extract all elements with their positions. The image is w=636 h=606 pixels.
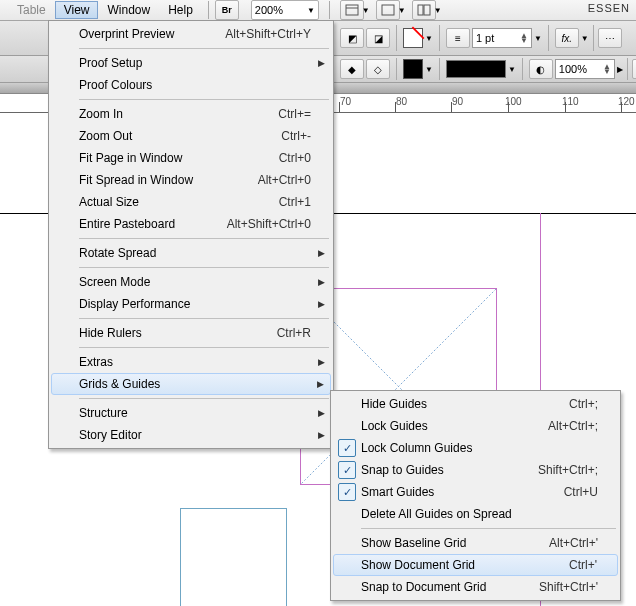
check-icon: ✓ xyxy=(338,461,356,479)
mi-lock-guides[interactable]: Lock GuidesAlt+Ctrl+; xyxy=(333,415,618,437)
mi-lock-column-guides[interactable]: ✓Lock Column Guides xyxy=(333,437,618,459)
screen-mode-button[interactable] xyxy=(376,0,400,20)
menu-help[interactable]: Help xyxy=(159,1,202,19)
mi-fit-page[interactable]: Fit Page in WindowCtrl+0 xyxy=(51,147,331,169)
text-frame[interactable] xyxy=(180,508,287,606)
tb-icon-4[interactable]: ◇ xyxy=(366,59,390,79)
mi-proof-colours[interactable]: Proof Colours xyxy=(51,74,331,96)
menu-window[interactable]: Window xyxy=(98,1,159,19)
stroke-style[interactable] xyxy=(446,60,506,78)
arrange-button[interactable] xyxy=(412,0,436,20)
stroke-weight-icon[interactable]: ≡ xyxy=(446,28,470,48)
mi-snap-to-guides[interactable]: ✓Snap to GuidesShift+Ctrl+; xyxy=(333,459,618,481)
opts-button[interactable]: ⋯ xyxy=(598,28,622,48)
mi-delete-all-guides[interactable]: Delete All Guides on Spread xyxy=(333,503,618,525)
fx-button[interactable]: fx. xyxy=(555,28,579,48)
mi-actual-size[interactable]: Actual SizeCtrl+1 xyxy=(51,191,331,213)
mi-overprint-preview[interactable]: Overprint PreviewAlt+Shift+Ctrl+Y xyxy=(51,23,331,45)
fill-none-icon[interactable] xyxy=(403,28,423,48)
mi-screen-mode[interactable]: Screen Mode▶ xyxy=(51,271,331,293)
submenu-arrow-icon: ▶ xyxy=(318,277,325,287)
mi-display-performance[interactable]: Display Performance▶ xyxy=(51,293,331,315)
submenu-arrow-icon: ▶ xyxy=(318,58,325,68)
menubar: Table View Window Help Br 200%▼ ▼ ▼ ▼ ES… xyxy=(0,0,636,21)
view-options-button[interactable] xyxy=(340,0,364,20)
submenu-arrow-icon: ▶ xyxy=(318,408,325,418)
mi-extras[interactable]: Extras▶ xyxy=(51,351,331,373)
stroke-weight-field[interactable]: 1 pt▲▼ xyxy=(472,28,532,48)
mi-hide-guides[interactable]: Hide GuidesCtrl+; xyxy=(333,393,618,415)
tb-icon-2[interactable]: ◪ xyxy=(366,28,390,48)
mi-entire-pasteboard[interactable]: Entire PasteboardAlt+Shift+Ctrl+0 xyxy=(51,213,331,235)
check-icon: ✓ xyxy=(338,439,356,457)
more-button[interactable]: ▤ xyxy=(632,59,636,79)
mi-grids-guides[interactable]: Grids & Guides▶ xyxy=(51,373,331,395)
menu-table[interactable]: Table xyxy=(8,1,55,19)
workspace-label[interactable]: ESSEN xyxy=(588,2,630,14)
svg-rect-0 xyxy=(346,5,358,15)
check-icon: ✓ xyxy=(338,483,356,501)
tb-icon-3[interactable]: ◆ xyxy=(340,59,364,79)
chevron-down-icon: ▼ xyxy=(307,6,315,15)
mi-hide-rulers[interactable]: Hide RulersCtrl+R xyxy=(51,322,331,344)
mi-show-document-grid[interactable]: Show Document GridCtrl+' xyxy=(333,554,618,576)
mi-story-editor[interactable]: Story Editor▶ xyxy=(51,424,331,446)
bridge-button[interactable]: Br xyxy=(215,0,239,20)
tb-icon-1[interactable]: ◩ xyxy=(340,28,364,48)
mi-smart-guides[interactable]: ✓Smart GuidesCtrl+U xyxy=(333,481,618,503)
opacity-icon[interactable]: ◐ xyxy=(529,59,553,79)
mi-fit-spread[interactable]: Fit Spread in WindowAlt+Ctrl+0 xyxy=(51,169,331,191)
mi-proof-setup[interactable]: Proof Setup▶ xyxy=(51,52,331,74)
grids-guides-submenu: Hide GuidesCtrl+; Lock GuidesAlt+Ctrl+; … xyxy=(330,390,621,601)
zoom-level[interactable]: 200%▼ xyxy=(251,0,319,20)
opacity-field[interactable]: 100%▲▼ xyxy=(555,59,615,79)
svg-rect-4 xyxy=(424,5,430,15)
submenu-arrow-icon: ▶ xyxy=(318,357,325,367)
submenu-arrow-icon: ▶ xyxy=(317,379,324,389)
mi-structure[interactable]: Structure▶ xyxy=(51,402,331,424)
mi-zoom-in[interactable]: Zoom InCtrl+= xyxy=(51,103,331,125)
mi-rotate-spread[interactable]: Rotate Spread▶ xyxy=(51,242,331,264)
mi-show-baseline-grid[interactable]: Show Baseline GridAlt+Ctrl+' xyxy=(333,532,618,554)
svg-rect-2 xyxy=(382,5,394,15)
menu-view[interactable]: View xyxy=(55,1,99,19)
submenu-arrow-icon: ▶ xyxy=(318,248,325,258)
stroke-swatch[interactable] xyxy=(403,59,423,79)
mi-snap-document-grid[interactable]: Snap to Document GridShift+Ctrl+' xyxy=(333,576,618,598)
mi-zoom-out[interactable]: Zoom OutCtrl+- xyxy=(51,125,331,147)
submenu-arrow-icon: ▶ xyxy=(318,299,325,309)
view-menu: Overprint PreviewAlt+Shift+Ctrl+Y Proof … xyxy=(48,20,334,449)
submenu-arrow-icon: ▶ xyxy=(318,430,325,440)
svg-rect-3 xyxy=(418,5,423,15)
